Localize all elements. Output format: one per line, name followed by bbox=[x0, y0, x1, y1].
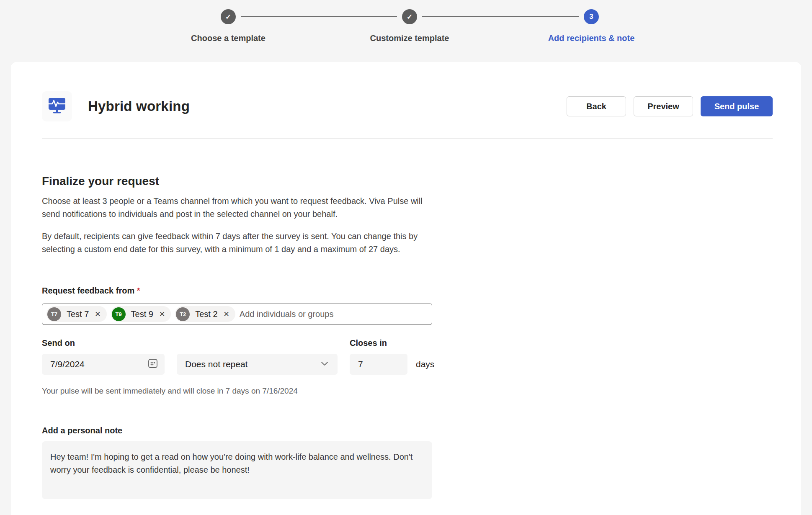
recipients-picker[interactable]: T7 Test 7 ✕ T9 Test 9 ✕ T2 Test 2 ✕ bbox=[42, 303, 432, 325]
recipient-chip[interactable]: T2 Test 2 ✕ bbox=[175, 306, 235, 322]
finalize-paragraph-1: Choose at least 3 people or a Teams chan… bbox=[42, 195, 436, 221]
card-header: Hybrid working Back Preview Send pulse bbox=[42, 62, 773, 121]
step-label-choose-template[interactable]: Choose a template bbox=[161, 33, 295, 43]
avatar: T9 bbox=[112, 307, 126, 321]
recipient-chip[interactable]: T7 Test 7 ✕ bbox=[46, 306, 107, 322]
main-card: Hybrid working Back Preview Send pulse F… bbox=[11, 62, 801, 515]
recipient-chip[interactable]: T9 Test 9 ✕ bbox=[111, 306, 171, 322]
closes-in-input[interactable] bbox=[358, 359, 396, 369]
schedule-helper-text: Your pulse will be sent immediately and … bbox=[42, 386, 773, 396]
step-2-circle[interactable]: ✓ bbox=[402, 9, 417, 24]
page-title: Hybrid working bbox=[88, 98, 190, 114]
add-recipients-input[interactable] bbox=[240, 309, 428, 319]
calendar-icon[interactable] bbox=[147, 358, 159, 371]
template-icon-container bbox=[42, 91, 72, 121]
preview-button[interactable]: Preview bbox=[634, 96, 693, 116]
step-connector bbox=[422, 16, 579, 17]
step-label-add-recipients[interactable]: Add recipients & note bbox=[524, 33, 658, 43]
step-3-circle[interactable]: 3 bbox=[584, 9, 599, 24]
step-connector bbox=[241, 16, 397, 17]
checkmark-icon: ✓ bbox=[225, 13, 231, 21]
days-label: days bbox=[416, 359, 434, 369]
finalize-heading: Finalize your request bbox=[42, 175, 773, 188]
dismiss-icon[interactable]: ✕ bbox=[222, 310, 234, 319]
finalize-paragraph-2: By default, recipients can give feedback… bbox=[42, 230, 436, 256]
send-date-input[interactable] bbox=[50, 359, 117, 369]
send-on-label: Send on bbox=[42, 338, 350, 348]
step-number: 3 bbox=[589, 13, 593, 21]
personal-note-textarea[interactable]: Hey team! I'm hoping to get a read on ho… bbox=[42, 441, 432, 499]
repeat-dropdown[interactable]: Does not repeat bbox=[177, 354, 338, 375]
schedule-inputs: Does not repeat days bbox=[42, 354, 773, 375]
recipient-name: Test 7 bbox=[67, 309, 89, 319]
send-pulse-button[interactable]: Send pulse bbox=[701, 96, 773, 116]
closes-in-field[interactable] bbox=[350, 354, 407, 375]
header-actions: Back Preview Send pulse bbox=[567, 96, 773, 116]
back-button[interactable]: Back bbox=[567, 96, 626, 116]
chevron-down-icon bbox=[320, 359, 329, 370]
avatar: T2 bbox=[176, 307, 190, 321]
header-divider bbox=[42, 138, 773, 139]
checkmark-icon: ✓ bbox=[407, 13, 412, 21]
required-asterisk: * bbox=[137, 286, 140, 295]
pulse-monitor-icon bbox=[47, 97, 67, 116]
step-1-circle[interactable]: ✓ bbox=[221, 9, 236, 24]
personal-note-label: Add a personal note bbox=[42, 426, 773, 435]
send-date-field[interactable] bbox=[42, 354, 165, 375]
wizard-stepper: ✓ ✓ 3 Choose a template Customize templa… bbox=[0, 0, 812, 62]
step-label-customize-template[interactable]: Customize template bbox=[343, 33, 477, 43]
recipients-label: Request feedback from * bbox=[42, 286, 773, 296]
avatar: T7 bbox=[47, 307, 61, 321]
recipients-label-text: Request feedback from bbox=[42, 286, 134, 295]
dismiss-icon[interactable]: ✕ bbox=[157, 310, 169, 319]
closes-in-label: Closes in bbox=[350, 338, 387, 348]
repeat-selected-value: Does not repeat bbox=[185, 359, 247, 369]
recipient-name: Test 2 bbox=[195, 309, 217, 319]
dismiss-icon[interactable]: ✕ bbox=[93, 310, 105, 319]
recipient-name: Test 9 bbox=[131, 309, 153, 319]
schedule-labels: Send on Closes in bbox=[42, 338, 773, 348]
